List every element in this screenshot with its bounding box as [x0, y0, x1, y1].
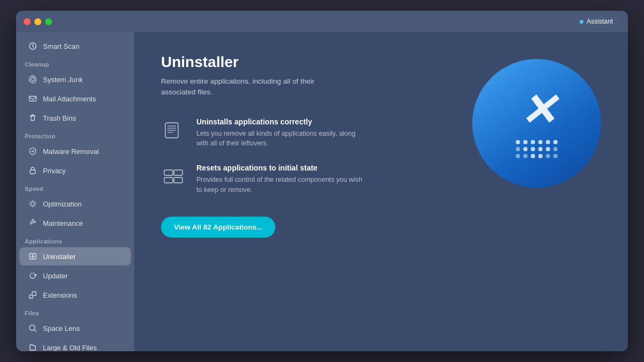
trash-bins-icon [28, 113, 38, 123]
smart-scan-icon [28, 41, 38, 51]
malware-removal-label: Malware Removal [43, 147, 99, 156]
section-label-protection: Protection [16, 128, 134, 142]
optimization-label: Optimization [43, 200, 82, 208]
svg-rect-16 [174, 178, 182, 183]
space-lens-label: Space Lens [43, 324, 80, 333]
mail-attachments-icon [28, 94, 38, 104]
sidebar-item-malware-removal[interactable]: Malware Removal [19, 142, 131, 160]
assistant-label: Assistant [587, 18, 613, 25]
svg-rect-15 [164, 178, 173, 183]
feature-text-resets: Resets applications to initial state Pro… [196, 164, 363, 195]
section-label-files: Files [16, 305, 134, 319]
extensions-label: Extensions [43, 291, 77, 299]
sidebar-item-optimization[interactable]: Optimization [19, 195, 131, 213]
sidebar-item-uninstaller[interactable]: Uninstaller [19, 247, 131, 265]
sidebar-item-space-lens[interactable]: Space Lens [19, 319, 131, 337]
main-content: Uninstaller Remove entire applications, … [134, 32, 628, 351]
trash-bins-label: Trash Bins [43, 114, 76, 122]
sidebar-item-updater[interactable]: Updater [19, 267, 131, 285]
svg-point-1 [30, 76, 36, 83]
svg-rect-3 [30, 97, 36, 101]
extensions-icon [28, 290, 38, 300]
privacy-icon [28, 166, 38, 175]
title-bar: Assistant [16, 11, 628, 32]
optimization-icon [28, 199, 38, 209]
uninstaller-label: Uninstaller [43, 253, 76, 261]
maintenance-icon [28, 218, 38, 228]
svg-point-2 [31, 78, 34, 81]
feature-desc-resets: Provides full control of the related com… [196, 175, 363, 195]
maintenance-label: Maintenance [43, 219, 83, 227]
feature-text-uninstalls: Uninstalls applications correctly Lets y… [196, 117, 363, 149]
privacy-label: Privacy [43, 167, 66, 175]
space-lens-icon [28, 323, 38, 333]
hero-dots [516, 140, 558, 158]
hero-graphic: ✕ [467, 48, 606, 198]
sidebar-item-maintenance[interactable]: Maintenance [19, 214, 131, 232]
svg-rect-13 [164, 170, 173, 175]
sidebar-item-extensions[interactable]: Extensions [19, 286, 131, 304]
mail-attachments-label: Mail Attachments [43, 95, 96, 103]
svg-rect-4 [30, 170, 35, 174]
system-junk-label: System Junk [43, 76, 83, 84]
minimize-button[interactable] [34, 18, 41, 25]
sidebar: Smart Scan Cleanup System Junk [16, 32, 134, 351]
malware-removal-icon [28, 146, 38, 156]
sidebar-item-smart-scan[interactable]: Smart Scan [19, 37, 131, 55]
sidebar-item-large-old-files[interactable]: Large & Old Files [19, 338, 131, 351]
feature-heading-uninstalls: Uninstalls applications correctly [196, 117, 363, 126]
section-label-speed: Speed [16, 180, 134, 194]
updater-label: Updater [43, 272, 68, 280]
traffic-lights [24, 18, 52, 25]
page-subtitle: Remove entire applications, including al… [161, 76, 343, 98]
feature-icon-resets [161, 164, 187, 189]
smart-scan-label: Smart Scan [43, 42, 79, 50]
sidebar-item-privacy[interactable]: Privacy [19, 161, 131, 180]
app-body: Smart Scan Cleanup System Junk [16, 32, 628, 351]
large-old-files-icon [28, 343, 38, 351]
updater-icon [28, 271, 38, 280]
large-old-files-label: Large & Old Files [43, 344, 97, 352]
assistant-status-dot [580, 20, 583, 24]
close-button[interactable] [24, 18, 31, 25]
hero-x-logo: ✕ [519, 88, 554, 132]
sidebar-item-trash-bins[interactable]: Trash Bins [19, 109, 131, 127]
sidebar-item-system-junk[interactable]: System Junk [19, 70, 131, 88]
assistant-button[interactable]: Assistant [572, 15, 620, 28]
sidebar-item-mail-attachments[interactable]: Mail Attachments [19, 90, 131, 108]
fullscreen-button[interactable] [45, 18, 52, 25]
feature-icon-uninstalls [161, 117, 187, 143]
feature-desc-uninstalls: Lets you remove all kinds of application… [196, 129, 363, 149]
svg-rect-14 [174, 170, 182, 175]
app-window: Assistant Smart Scan Cleanup [16, 11, 628, 351]
section-label-applications: Applications [16, 233, 134, 247]
hero-circle: ✕ [472, 59, 601, 188]
system-junk-icon [28, 75, 38, 84]
uninstaller-icon [28, 252, 38, 261]
feature-heading-resets: Resets applications to initial state [196, 164, 363, 172]
section-label-cleanup: Cleanup [16, 56, 134, 70]
view-all-button[interactable]: View All 82 Applications... [161, 217, 275, 238]
